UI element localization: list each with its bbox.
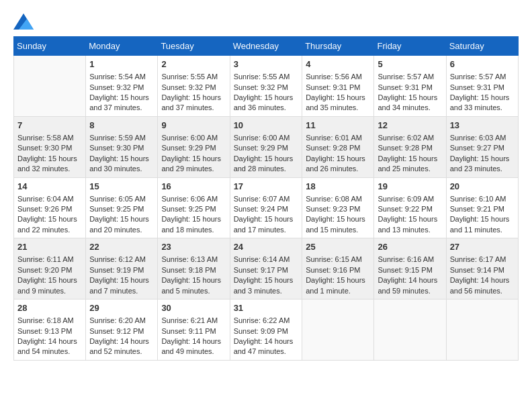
day-info-line: Sunrise: 6:00 AM [234,133,299,143]
day-number: 14 [17,181,82,193]
calendar-cell: 10Sunrise: 6:00 AMSunset: 9:29 PMDayligh… [230,116,302,177]
day-info-line: and 59 minutes. [378,286,442,296]
day-info-line: Sunset: 9:28 PM [306,143,370,153]
day-info-line: Sunrise: 5:57 AM [450,72,515,82]
calendar-cell: 25Sunrise: 6:15 AMSunset: 9:16 PMDayligh… [302,238,374,300]
calendar-week-row: 28Sunrise: 6:18 AMSunset: 9:13 PMDayligh… [14,300,519,361]
calendar-cell: 8Sunrise: 5:59 AMSunset: 9:30 PMDaylight… [86,116,158,177]
calendar-cell: 28Sunrise: 6:18 AMSunset: 9:13 PMDayligh… [14,300,86,361]
day-number: 31 [234,302,299,314]
day-info-line: and 30 minutes. [89,164,154,174]
day-info-line: Sunrise: 5:54 AM [89,72,154,82]
day-info-line: Sunrise: 5:55 AM [234,72,299,82]
day-info-line: Sunrise: 6:22 AM [234,316,299,326]
day-info-line: Sunrise: 5:59 AM [89,133,154,143]
day-info-line: Sunset: 9:11 PM [161,326,226,336]
day-info-line: Sunset: 9:12 PM [89,326,154,336]
day-number: 6 [450,58,515,71]
day-number: 13 [450,120,515,132]
day-info-line: Sunrise: 6:17 AM [450,255,515,265]
day-number: 18 [306,181,370,193]
day-info-line: Sunrise: 6:02 AM [378,133,442,143]
day-number: 5 [378,58,442,71]
day-info-line: Daylight: 15 hours [17,154,82,164]
day-number: 30 [161,302,226,314]
calendar-cell: 6Sunrise: 5:57 AMSunset: 9:31 PMDaylight… [446,56,518,117]
day-info-line: and 28 minutes. [234,164,299,174]
day-info-line: Sunset: 9:17 PM [234,265,299,275]
day-number: 28 [17,302,82,314]
day-info-line: and 9 minutes. [17,286,82,296]
day-number: 9 [161,120,226,132]
day-number: 26 [378,241,442,253]
day-info-line: Daylight: 14 hours [234,336,299,347]
calendar-cell: 4Sunrise: 5:56 AMSunset: 9:31 PMDaylight… [302,56,374,117]
calendar-week-row: 7Sunrise: 5:58 AMSunset: 9:30 PMDaylight… [14,116,519,177]
day-info-line: Sunset: 9:25 PM [89,204,154,214]
day-header-friday: Friday [374,37,446,56]
day-header-wednesday: Wednesday [230,37,302,56]
day-info-line: Sunrise: 6:13 AM [161,255,226,265]
day-info-line: Sunrise: 5:58 AM [17,133,82,143]
day-info-line: and 20 minutes. [89,225,154,235]
page-header [13,13,519,30]
day-info-line: and 7 minutes. [89,286,154,296]
calendar-cell: 16Sunrise: 6:06 AMSunset: 9:25 PMDayligh… [158,177,230,238]
day-number: 20 [450,181,515,193]
day-info-line: and 11 minutes. [450,225,515,235]
day-info-line: and 33 minutes. [450,103,515,113]
day-info-line: Sunset: 9:31 PM [306,83,370,93]
calendar-cell: 15Sunrise: 6:05 AMSunset: 9:25 PMDayligh… [86,177,158,238]
calendar-cell: 21Sunrise: 6:11 AMSunset: 9:20 PMDayligh… [14,238,86,300]
day-info-line: Sunrise: 6:15 AM [306,255,370,265]
day-info-line: Daylight: 15 hours [378,214,442,224]
day-number: 23 [161,241,226,253]
calendar-cell: 20Sunrise: 6:10 AMSunset: 9:21 PMDayligh… [446,177,518,238]
day-info-line: Daylight: 15 hours [161,154,226,164]
day-info-line: and 22 minutes. [17,225,82,235]
calendar-cell: 24Sunrise: 6:14 AMSunset: 9:17 PMDayligh… [230,238,302,300]
calendar-cell: 3Sunrise: 5:55 AMSunset: 9:32 PMDaylight… [230,56,302,117]
day-info-line: Sunset: 9:29 PM [161,143,226,153]
day-number: 4 [306,58,370,71]
day-number: 21 [17,241,82,253]
day-info-line: and 25 minutes. [378,164,442,174]
calendar-header-row: SundayMondayTuesdayWednesdayThursdayFrid… [14,37,519,56]
day-info-line: and 37 minutes. [89,103,154,113]
day-info-line: Sunrise: 6:10 AM [450,194,515,204]
day-info-line: Daylight: 15 hours [89,154,154,164]
day-number: 3 [234,58,299,71]
day-info-line: Daylight: 15 hours [378,154,442,164]
day-info-line: Sunset: 9:24 PM [234,204,299,214]
day-number: 16 [161,181,226,193]
day-number: 12 [378,120,442,132]
day-info-line: Sunrise: 6:03 AM [450,133,515,143]
day-info-line: Daylight: 15 hours [450,214,515,224]
day-info-line: and 23 minutes. [450,164,515,174]
day-info-line: and 49 minutes. [161,347,226,357]
calendar-cell: 14Sunrise: 6:04 AMSunset: 9:26 PMDayligh… [14,177,86,238]
day-header-monday: Monday [86,37,158,56]
day-info-line: Sunrise: 6:09 AM [378,194,442,204]
day-info-line: and 26 minutes. [306,164,370,174]
day-number: 17 [234,181,299,193]
calendar-cell [14,56,86,117]
day-info-line: and 34 minutes. [378,103,442,113]
calendar-cell: 23Sunrise: 6:13 AMSunset: 9:18 PMDayligh… [158,238,230,300]
day-info-line: Sunrise: 6:07 AM [234,194,299,204]
day-info-line: Sunset: 9:20 PM [17,265,82,275]
day-info-line: Sunrise: 6:01 AM [306,133,370,143]
day-info-line: Sunrise: 6:14 AM [234,255,299,265]
day-info-line: and 1 minute. [306,286,370,296]
day-number: 7 [17,120,82,132]
day-info-line: Daylight: 15 hours [234,154,299,164]
day-info-line: and 5 minutes. [161,286,226,296]
calendar-table: SundayMondayTuesdayWednesdayThursdayFrid… [13,36,519,361]
day-info-line: Daylight: 15 hours [17,275,82,285]
day-info-line: Sunset: 9:15 PM [378,265,442,275]
day-info-line: Sunset: 9:25 PM [161,204,226,214]
day-info-line: Sunset: 9:16 PM [306,265,370,275]
day-info-line: and 32 minutes. [17,164,82,174]
day-info-line: Sunrise: 5:55 AM [161,72,226,82]
day-info-line: Sunrise: 6:06 AM [161,194,226,204]
